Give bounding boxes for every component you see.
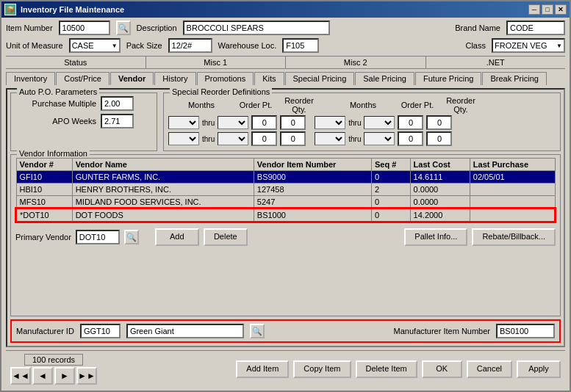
col-vendor-name: Vendor Name xyxy=(72,159,254,171)
col-reorder-qty2: Reorder Qty. xyxy=(439,96,483,114)
add-vendor-button[interactable]: Add xyxy=(155,228,199,246)
mfr-item-number-label: Manufacturer Item Number xyxy=(394,327,490,335)
r1-thru2-select[interactable] xyxy=(364,116,395,129)
window-title: Inventory File Maintenance xyxy=(21,5,124,14)
nav-next-button[interactable]: ► xyxy=(54,367,75,385)
records-label: 100 records xyxy=(24,354,83,366)
nav-prev-button[interactable]: ◄ xyxy=(32,367,53,385)
r2-thru-label: thru xyxy=(202,135,215,143)
item-number-input[interactable] xyxy=(59,21,110,35)
r1-order-pt-input[interactable] xyxy=(251,115,277,130)
r2-reorder-qty2-input[interactable] xyxy=(426,131,452,146)
unit-of-measure-dropdown[interactable]: CASE ▼ xyxy=(69,38,121,53)
col-seq: Seq # xyxy=(371,159,410,171)
class-label: Class xyxy=(465,41,486,50)
col-reorder-qty: Reorder Qty. xyxy=(277,96,321,114)
nav-last-button[interactable]: ►► xyxy=(76,367,97,385)
header-row-1: Item Number 🔍 Description Brand Name xyxy=(6,21,565,35)
tab-break-pricing[interactable]: Break Pricing xyxy=(482,72,546,85)
primary-vendor-input[interactable] xyxy=(76,230,120,244)
apply-button[interactable]: Apply xyxy=(517,360,561,378)
warehouse-loc-input[interactable] xyxy=(282,38,319,53)
tab-history[interactable]: History xyxy=(154,72,195,85)
r2-order-pt-input[interactable] xyxy=(251,131,277,146)
vendor-table-row[interactable]: GFI10GUNTER FARMS, INC.BS9000014.611102/… xyxy=(16,171,555,184)
r2-months-from-select[interactable] xyxy=(168,132,199,145)
delete-item-button[interactable]: Delete Item xyxy=(356,360,417,378)
main-window: 📦 Inventory File Maintenance ─ □ ✕ Item … xyxy=(0,0,571,392)
vendor-table: Vendor # Vendor Name Vendor Item Number … xyxy=(15,158,556,222)
r1-thru-select[interactable] xyxy=(218,116,248,129)
col-order-pt: Order Pt. xyxy=(237,101,274,109)
purchase-multiple-input[interactable] xyxy=(101,96,134,111)
content-area: Item Number 🔍 Description Brand Name Uni… xyxy=(1,18,570,391)
apo-group: Auto P.O. Parameters Purchase Multiple A… xyxy=(10,92,157,151)
primary-vendor-label: Primary Vendor xyxy=(15,233,71,242)
tab-cost-price[interactable]: Cost/Price xyxy=(56,72,109,85)
apo-group-label: Auto P.O. Parameters xyxy=(17,87,99,96)
r2-order-pt2-input[interactable] xyxy=(398,131,423,146)
tabs-bar: InventoryCost/PriceVendorHistoryPromotio… xyxy=(6,72,565,85)
nav-first-button[interactable]: ◄◄ xyxy=(10,367,31,385)
action-buttons: Add Item Copy Item Delete Item OK Cancel… xyxy=(236,360,561,378)
vendor-table-row[interactable]: HBI10HENRY BROTHERS, INC.12745820.0000 xyxy=(16,184,555,196)
tab-future-pricing[interactable]: Future Pricing xyxy=(415,72,481,85)
bottom-bar: 100 records ◄◄ ◄ ► ►► Add Item Copy Item… xyxy=(6,350,565,388)
r1-months-from-select[interactable] xyxy=(168,116,199,129)
maximize-button[interactable]: □ xyxy=(542,4,553,15)
description-input[interactable] xyxy=(183,21,330,35)
tab-inventory[interactable]: Inventory xyxy=(6,72,55,85)
minimize-button[interactable]: ─ xyxy=(528,4,540,15)
r1-thru2-label: thru xyxy=(348,119,361,127)
vendor-table-row[interactable]: *DOT10DOT FOODSBS1000014.2000 xyxy=(16,208,555,222)
r1-months2-from-select[interactable] xyxy=(315,116,345,129)
rebate-button[interactable]: Rebate/Billback... xyxy=(472,228,556,246)
r2-thru-select[interactable] xyxy=(218,132,248,145)
tab-kits[interactable]: Kits xyxy=(254,72,284,85)
misc2-cell: Misc 2 xyxy=(286,57,426,68)
reorder-group-label: Special Reorder Definitions xyxy=(170,87,272,96)
copy-item-button[interactable]: Copy Item xyxy=(293,360,351,378)
mfr-id-input[interactable] xyxy=(80,324,121,338)
brand-name-input[interactable] xyxy=(506,21,565,35)
params-row: Auto P.O. Parameters Purchase Multiple A… xyxy=(10,92,561,151)
vendor-table-row[interactable]: MFS10MIDLAND FOOD SERVICES, INC.524700.0… xyxy=(16,196,555,209)
r2-thru2-select[interactable] xyxy=(364,132,395,145)
tab-vendor[interactable]: Vendor xyxy=(110,72,154,85)
add-item-button[interactable]: Add Item xyxy=(236,360,289,378)
warehouse-loc-label: Warehouse Loc. xyxy=(218,41,277,50)
r1-order-pt2-input[interactable] xyxy=(398,115,423,130)
status-bar: Status Misc 1 Misc 2 .NET xyxy=(6,56,565,69)
primary-vendor-row: Primary Vendor 🔍 Add Delete Pallet Info.… xyxy=(15,228,556,246)
cancel-button[interactable]: Cancel xyxy=(467,360,512,378)
col-last-cost: Last Cost xyxy=(410,159,470,171)
brand-name-label: Brand Name xyxy=(455,23,500,32)
tab-special-pricing[interactable]: Special Pricing xyxy=(285,72,355,85)
item-number-search-button[interactable]: 🔍 xyxy=(116,21,131,35)
delete-vendor-button[interactable]: Delete xyxy=(204,228,248,246)
r2-reorder-qty-input[interactable] xyxy=(280,131,306,146)
mfr-item-number-input[interactable] xyxy=(496,324,555,338)
r1-reorder-qty-input[interactable] xyxy=(280,115,306,130)
class-dropdown[interactable]: FROZEN VEG ▼ xyxy=(492,38,565,53)
r2-months2-from-select[interactable] xyxy=(315,132,345,145)
apo-weeks-input[interactable] xyxy=(101,114,134,128)
ok-button[interactable]: OK xyxy=(422,360,462,378)
primary-vendor-search-button[interactable]: 🔍 xyxy=(124,230,139,244)
title-bar: 📦 Inventory File Maintenance ─ □ ✕ xyxy=(1,1,570,18)
col-vendor-num: Vendor # xyxy=(16,159,72,171)
mfr-name-input[interactable] xyxy=(126,324,244,338)
tab-promotions[interactable]: Promotions xyxy=(197,72,254,85)
pack-size-label: Pack Size xyxy=(126,41,162,50)
purchase-multiple-label: Purchase Multiple xyxy=(15,99,96,108)
manufacturer-box: Manufacturer ID 🔍 Manufacturer Item Numb… xyxy=(10,319,561,343)
pack-size-input[interactable] xyxy=(168,38,212,53)
purchase-multiple-row: Purchase Multiple xyxy=(15,96,152,111)
r1-reorder-qty2-input[interactable] xyxy=(426,115,452,130)
tab-sale-pricing[interactable]: Sale Pricing xyxy=(355,72,414,85)
close-button[interactable]: ✕ xyxy=(555,4,567,15)
pallet-info-button[interactable]: Pallet Info... xyxy=(404,228,467,246)
mfr-search-button[interactable]: 🔍 xyxy=(250,324,265,338)
status-cell: Status xyxy=(6,57,146,68)
uom-dropdown-arrow: ▼ xyxy=(112,43,118,49)
